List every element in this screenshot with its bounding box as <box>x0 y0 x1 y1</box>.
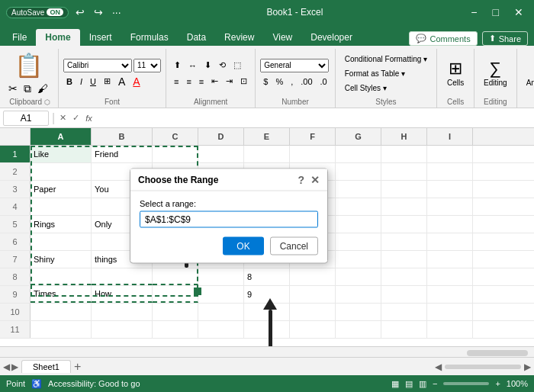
cell-a7[interactable]: Shiny <box>31 251 92 268</box>
cell-a3[interactable]: Paper <box>31 181 92 198</box>
cell-h1[interactable] <box>381 146 427 162</box>
format-as-table-button[interactable]: Format as Table ▾ <box>340 66 432 80</box>
scroll-right-icon[interactable]: ▶ <box>524 361 531 372</box>
cell-e11[interactable] <box>244 321 290 338</box>
row-num-5[interactable]: 5 <box>0 216 31 233</box>
font-family-select[interactable]: Calibri <box>63 59 132 72</box>
cell-g1[interactable] <box>336 146 381 162</box>
conditional-formatting-button[interactable]: Conditional Formatting ▾ <box>340 52 432 66</box>
more-button[interactable]: ··· <box>110 6 124 18</box>
comments-button[interactable]: 💬 Comments <box>409 31 477 46</box>
cell-b11[interactable] <box>92 321 153 338</box>
cell-d8[interactable] <box>198 268 244 285</box>
cell-e1[interactable] <box>244 146 290 162</box>
row-num-4[interactable]: 4 <box>0 198 31 215</box>
font-size-select[interactable]: 11 <box>134 59 161 72</box>
cell-i7[interactable] <box>427 251 473 268</box>
tab-view[interactable]: View <box>263 29 301 46</box>
cell-a11[interactable] <box>31 321 92 338</box>
cancel-formula-icon[interactable]: ✕ <box>58 113 68 123</box>
align-right-button[interactable]: ≡ <box>196 75 207 88</box>
col-header-f[interactable]: F <box>290 128 336 145</box>
cell-g5[interactable] <box>336 216 381 233</box>
tab-data[interactable]: Data <box>178 29 215 46</box>
row-num-9[interactable]: 9 <box>0 286 31 303</box>
cell-f11[interactable] <box>290 321 336 338</box>
cell-d11[interactable] <box>198 321 244 338</box>
orientation-button[interactable]: ⟲ <box>216 59 229 72</box>
cell-d9[interactable] <box>198 286 244 303</box>
cell-i6[interactable] <box>427 233 473 250</box>
share-button[interactable]: ⬆ Share <box>482 31 528 46</box>
cell-g11[interactable] <box>336 321 381 338</box>
zoom-in-button[interactable]: + <box>495 379 500 388</box>
col-header-i[interactable]: I <box>427 128 473 145</box>
col-header-g[interactable]: G <box>336 128 381 145</box>
clipboard-expand[interactable]: ⬡ <box>44 98 50 106</box>
cell-i11[interactable] <box>427 321 473 338</box>
zoom-slider[interactable] <box>443 382 489 385</box>
row-num-3[interactable]: 3 <box>0 181 31 198</box>
border-button[interactable]: ⊞ <box>101 75 114 88</box>
autosave-toggle[interactable]: AutoSave ON <box>6 7 69 18</box>
sheet-scroll-left[interactable]: ◀ <box>3 361 10 372</box>
cell-g10[interactable] <box>336 304 381 320</box>
col-header-c[interactable]: C <box>153 128 198 145</box>
increase-decimal-button[interactable]: .0 <box>317 75 330 88</box>
dialog-help-icon[interactable]: ? <box>298 174 304 186</box>
row-num-1[interactable]: 1 <box>0 146 31 162</box>
scroll-left-icon[interactable]: ◀ <box>435 361 442 372</box>
wrap-button[interactable]: ⬚ <box>230 59 244 72</box>
layout-icon-3[interactable]: ▥ <box>419 379 426 389</box>
redo-button[interactable]: ↪ <box>92 6 105 18</box>
cell-a5[interactable]: Rings <box>31 216 92 233</box>
choose-range-dialog[interactable]: Choose the Range ? ✕ Select a range: OK … <box>130 169 328 264</box>
cell-a4[interactable] <box>31 198 92 215</box>
cell-h3[interactable] <box>381 181 427 198</box>
cell-a9[interactable]: Times <box>31 286 92 303</box>
decrease-decimal-button[interactable]: .00 <box>298 75 315 88</box>
cell-c1[interactable] <box>153 146 198 162</box>
row-num-11[interactable]: 11 <box>0 321 31 338</box>
close-button[interactable]: ✕ <box>510 5 528 20</box>
cell-g4[interactable] <box>336 198 381 215</box>
cell-a10[interactable] <box>31 304 92 320</box>
cell-b9[interactable]: How <box>92 286 153 303</box>
cell-i9[interactable] <box>427 286 473 303</box>
cell-f1[interactable] <box>290 146 336 162</box>
h-scrollbar-track[interactable] <box>445 365 521 369</box>
cell-e10[interactable] <box>244 304 290 320</box>
align-middle-button[interactable]: ↔ <box>185 59 200 72</box>
maximize-button[interactable]: □ <box>488 5 503 20</box>
cell-c10[interactable] <box>153 304 198 320</box>
cell-c9[interactable] <box>153 286 198 303</box>
layout-icon-2[interactable]: ▤ <box>405 379 413 389</box>
underline-button[interactable]: U <box>87 75 99 88</box>
cell-f10[interactable] <box>290 304 336 320</box>
dialog-cancel-button[interactable]: Cancel <box>270 237 318 255</box>
cell-h8[interactable] <box>381 268 427 285</box>
zoom-out-button[interactable]: − <box>433 379 437 388</box>
cell-e8[interactable]: 8 <box>244 268 290 285</box>
paste-button[interactable]: 📋 <box>11 50 46 80</box>
cut-button[interactable]: ✂ <box>6 82 20 96</box>
confirm-formula-icon[interactable]: ✓ <box>71 113 81 123</box>
row-num-10[interactable]: 10 <box>0 304 31 320</box>
cell-g7[interactable] <box>336 251 381 268</box>
align-bottom-button[interactable]: ⬇ <box>201 59 214 72</box>
tab-home[interactable]: Home <box>36 29 79 46</box>
cell-g3[interactable] <box>336 181 381 198</box>
tab-review[interactable]: Review <box>215 29 263 46</box>
cell-i1[interactable] <box>427 146 473 162</box>
font-color-button[interactable]: A <box>130 75 143 88</box>
percent-button[interactable]: % <box>272 75 286 88</box>
cell-b1[interactable]: Friend <box>92 146 153 162</box>
cell-c8[interactable] <box>153 268 198 285</box>
col-header-h[interactable]: H <box>381 128 427 145</box>
bold-button[interactable]: B <box>63 75 76 88</box>
cell-g2[interactable] <box>336 163 381 180</box>
dialog-ok-button[interactable]: OK <box>223 237 263 255</box>
undo-button[interactable]: ↩ <box>73 6 87 18</box>
cell-i4[interactable] <box>427 198 473 215</box>
comma-button[interactable]: , <box>288 75 296 88</box>
